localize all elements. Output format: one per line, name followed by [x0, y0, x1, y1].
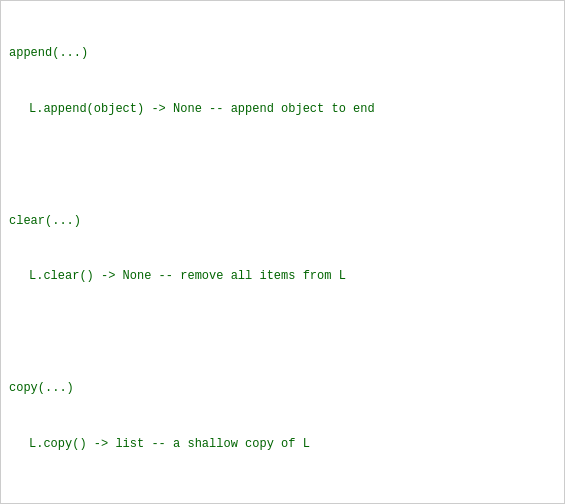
line-copy-header: copy(...)	[9, 379, 556, 398]
line-clear-header: clear(...)	[9, 212, 556, 231]
code-content: append(...) L.append(object) -> None -- …	[9, 7, 556, 504]
line-blank-3	[9, 490, 556, 504]
documentation-panel: append(...) L.append(object) -> None -- …	[0, 0, 565, 504]
line-append-body: L.append(object) -> None -- append objec…	[9, 100, 556, 119]
line-clear-body: L.clear() -> None -- remove all items fr…	[9, 267, 556, 286]
line-copy-body: L.copy() -> list -- a shallow copy of L	[9, 435, 556, 454]
line-blank-1	[9, 156, 556, 175]
line-blank-2	[9, 323, 556, 342]
line-append-header: append(...)	[9, 44, 556, 63]
